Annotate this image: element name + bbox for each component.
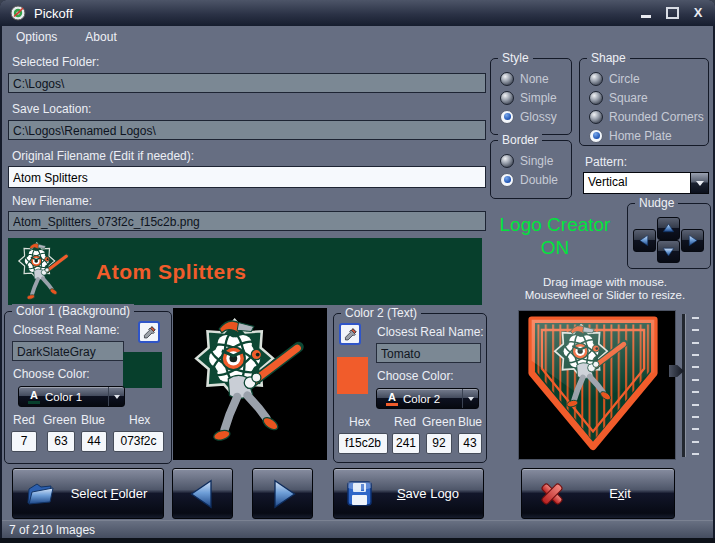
color1-button[interactable]: A Color 1 [18,386,125,407]
exit-button[interactable]: Exit [521,468,675,519]
hint-line1: Drag image with mouse. [497,276,713,289]
nudge-up-button[interactable] [657,217,680,240]
shape-group-title: Shape [587,51,630,65]
color2-hex-value[interactable]: f15c2b [338,433,388,454]
arrow-left-icon [187,476,219,512]
arrow-down-icon [662,245,675,258]
selected-folder-field[interactable] [8,73,486,93]
color1-eyedropper-button[interactable] [138,321,160,343]
border-option-double[interactable]: Double [500,170,567,189]
menu-about[interactable]: About [85,30,116,44]
border-option-single[interactable]: Single [500,151,567,170]
shape-option-home-plate[interactable]: Home Plate [589,126,704,145]
color2-button[interactable]: A Color 2 [376,388,479,409]
color2-group: Color 2 (Text) Closest Real Name: Choose… [333,313,487,463]
next-image-button[interactable] [252,468,313,519]
resize-slider-track[interactable] [682,314,685,457]
eyedropper-icon [142,325,157,340]
shape-option-square[interactable]: Square [589,88,704,107]
resize-slider-ticks [692,317,699,455]
radio-icon [500,72,514,86]
shape-option-rounded-corners[interactable]: Rounded Corners [589,107,704,126]
color2-green-label: Green [422,415,455,429]
color2-choose-label: Choose Color: [377,369,454,383]
new-filename-field[interactable] [8,211,486,231]
home-plate-logo-image [519,311,667,457]
app-icon[interactable] [10,5,26,21]
color1-group: Color 1 (Background) Closest Real Name: … [4,311,172,464]
menu-options[interactable]: Options [16,30,57,44]
close-icon: X [694,6,703,20]
previous-image-button[interactable] [172,468,233,519]
color1-swatch [123,352,162,388]
minimize-icon [641,15,651,18]
color1-closest-name-field[interactable] [12,341,124,361]
nudge-down-button[interactable] [657,240,680,263]
pattern-dropdown-button[interactable] [690,173,708,193]
radio-checked-icon [500,173,514,187]
maximize-icon [666,7,679,19]
hint-line2: Mousewheel or Slider to resize. [497,289,713,302]
color1-dropdown-arrow[interactable] [108,387,124,406]
select-folder-button[interactable]: Select Folder [12,468,164,519]
select-folder-label: Select Folder [55,486,163,501]
logo-creator-status: Logo Creator ON [488,213,622,259]
color2-blue-value[interactable]: 43 [458,433,482,454]
radio-icon [500,154,514,168]
radio-icon [589,72,603,86]
arrow-left-icon [638,234,651,247]
radio-icon [589,110,603,124]
color2-red-label: Red [394,415,416,429]
border-group: Border Single Double [490,140,572,199]
image-count-status: 7 of 210 Images [9,523,95,537]
logo-preview-styled[interactable] [518,310,676,460]
banner-preview: Atom Splitters [8,238,482,305]
color2-red-value[interactable]: 241 [392,433,420,454]
arrow-up-icon [662,222,675,235]
selected-folder-label: Selected Folder: [12,55,99,69]
color1-hex-value[interactable]: 073f2c [113,431,164,452]
color1-group-title: Color 1 (Background) [12,304,134,318]
logo-creator-line1: Logo Creator [488,213,622,236]
color1-blue-label: Blue [81,413,105,427]
save-icon [346,480,373,507]
original-filename-label: Original Filename (Edit if needed): [12,149,194,163]
folder-icon [25,480,55,508]
color1-green-label: Green [43,413,76,427]
logo-creator-line2: ON [488,236,622,259]
color1-green-value[interactable]: 63 [47,431,75,452]
style-option-none[interactable]: None [500,69,567,88]
save-logo-button[interactable]: Save Logo [333,468,484,519]
color2-green-value[interactable]: 92 [426,433,452,454]
save-location-field[interactable] [8,120,486,140]
menu-bar: Options About [0,26,715,48]
color2-swatch [337,357,368,394]
radio-checked-icon [589,129,603,143]
color2-closest-name-field[interactable] [376,343,481,363]
border-group-title: Border [498,133,542,147]
chevron-down-icon [114,395,120,399]
color2-eyedropper-button[interactable] [339,323,361,345]
nudge-left-button[interactable] [633,229,656,252]
logo-preview-original [173,308,327,460]
font-color-icon: A [28,390,40,404]
style-option-simple[interactable]: Simple [500,88,567,107]
chevron-down-icon [696,181,704,186]
radio-icon [500,91,514,105]
color2-button-label: Color 2 [403,393,440,405]
original-filename-input[interactable] [8,166,486,188]
banner-mascot-image [14,239,74,305]
style-group: Style None Simple Glossy [490,58,572,135]
color2-dropdown-arrow[interactable] [462,389,478,408]
shape-option-circle[interactable]: Circle [589,69,704,88]
radio-icon [589,91,603,105]
color1-red-value[interactable]: 7 [11,431,37,452]
minimize-button[interactable] [639,6,653,20]
style-option-glossy[interactable]: Glossy [500,107,567,126]
color1-blue-value[interactable]: 44 [81,431,107,452]
pattern-dropdown[interactable]: Vertical [583,172,709,194]
nudge-right-button[interactable] [681,229,704,252]
window-bottom-edge [0,538,715,543]
close-button[interactable]: X [691,6,705,20]
maximize-button[interactable] [665,6,679,20]
